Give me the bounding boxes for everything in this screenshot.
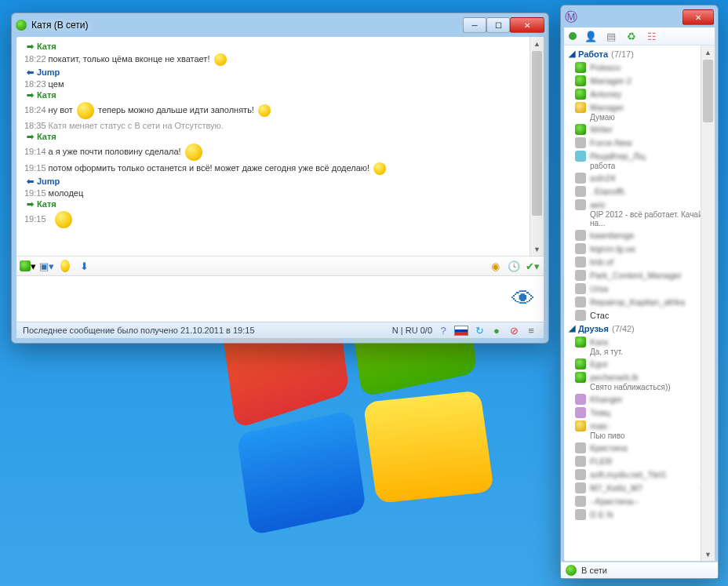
contact-item[interactable]: maic (564, 419, 715, 432)
contact-item[interactable]: Writer (564, 122, 715, 136)
contact-item[interactable]: Polesov (564, 60, 715, 74)
contacts-titlebar[interactable]: Ⓜ ✕ (561, 5, 718, 29)
send-check-icon[interactable]: ✔▾ (526, 260, 539, 272)
last-message-label: Последнее сообщение было получено 21.10.… (23, 326, 255, 335)
chat-titlebar[interactable]: Катя (В сети) ─ ☐ ✕ (12, 13, 548, 37)
contact-name: Manager (590, 103, 624, 112)
contacts-window: Ⓜ ✕ 👤 ▤ ♻ ☷ ◢ Работа (7/17) PolesovManag… (560, 5, 719, 579)
emoticon-picker-icon[interactable] (59, 260, 71, 272)
windows-icon[interactable]: ☷ (646, 30, 658, 42)
contact-item[interactable]: Рецайтер_Ліц🖼 (564, 149, 715, 162)
emoji-icon (55, 211, 72, 228)
status-icon (575, 407, 586, 418)
minimize-button[interactable]: ─ (463, 17, 486, 33)
contact-item[interactable]: Khanger (564, 392, 715, 406)
contact-name: Рецайтер_Ліц (590, 151, 646, 161)
contact-item[interactable]: M7_Keilù_М7⚫ (564, 481, 715, 494)
contact-name: FLER (590, 457, 612, 466)
contact-item[interactable]: Force-New (564, 136, 715, 149)
contact-item[interactable]: Kara👁 (564, 335, 715, 348)
contact-item[interactable]: Egor📄 (564, 357, 715, 370)
news-icon[interactable]: ▤ (605, 30, 617, 42)
contacts-scrollbar[interactable]: ▲ ▼ (701, 45, 715, 561)
alert-icon[interactable]: ◉ (489, 260, 501, 272)
contact-name: aeic (590, 200, 606, 209)
status-icon (575, 469, 586, 480)
contact-item[interactable]: Темц (564, 406, 715, 419)
contact-item[interactable]: aeic (564, 198, 715, 211)
contact-item[interactable]: Кристина (564, 441, 715, 454)
add-contact-icon[interactable]: 👤 (584, 30, 597, 42)
contact-item[interactable]: kawnbenge (564, 228, 715, 242)
maximize-button[interactable]: ☐ (486, 17, 510, 33)
status-icon (575, 199, 586, 210)
contact-name: soft.mydiv.net_TleI1 (590, 470, 667, 479)
chevron-down-icon: ◢ (569, 49, 575, 59)
status-icon (575, 186, 586, 197)
contact-item[interactable]: --Кристина-- (564, 494, 715, 508)
scroll-up-button[interactable]: ▲ (530, 37, 544, 50)
contact-item[interactable]: D E N (564, 508, 715, 521)
contact-item[interactable]: legron.lg.ua (564, 242, 715, 255)
scroll-up-button[interactable]: ▲ (701, 45, 715, 59)
scroll-down-button[interactable]: ▼ (701, 548, 715, 561)
contact-item[interactable]: Park_Content_Manager (564, 268, 715, 282)
main-status-icon[interactable] (569, 32, 577, 40)
status-picker-icon[interactable]: ▾ (21, 260, 34, 272)
status-icon (575, 394, 586, 405)
contact-substatus: Свято наближається)) (590, 383, 715, 391)
status-icon (575, 482, 586, 493)
chat-toolbar: ▾ ▣▾ ⬇ ◉ 🕓 ✔▾ (16, 256, 544, 276)
contact-card-icon[interactable]: ▣▾ (40, 260, 53, 272)
status-icon (575, 509, 586, 520)
contact-name: Кристина (590, 443, 628, 453)
close-button[interactable]: ✕ (510, 17, 544, 33)
contact-name: Kara (590, 337, 608, 347)
contact-item[interactable]: Manager (564, 100, 715, 114)
emoji-icon (185, 144, 202, 161)
app-logo-icon: Ⓜ (565, 9, 577, 26)
scroll-down-button[interactable]: ▼ (530, 242, 544, 256)
close-button[interactable]: ✕ (682, 9, 714, 25)
contact-item[interactable]: pecherwrk.lk🧩 (564, 370, 715, 384)
scroll-thumb[interactable] (703, 60, 713, 122)
group-friends[interactable]: ◢ Друзья (7/42) (564, 322, 715, 335)
contact-item[interactable]: Стас (564, 308, 715, 322)
contact-item[interactable]: soft.mydiv.net_TleI1 (564, 468, 715, 481)
sender-label: Jump (37, 177, 60, 186)
services-icon[interactable]: ♻ (625, 30, 638, 42)
contact-name: Writer (590, 125, 613, 134)
history-icon[interactable]: 🕓 (508, 260, 520, 272)
status-icon (575, 62, 586, 73)
send-file-icon[interactable]: ⬇ (78, 260, 90, 272)
contact-item[interactable]: Antoney (564, 87, 715, 100)
contact-item[interactable]: lmb.of👩 (564, 255, 715, 268)
contact-item[interactable]: FLER (564, 454, 715, 468)
contact-item[interactable]: soln24🖼 (564, 171, 715, 184)
flag-ru-icon[interactable] (454, 326, 468, 336)
message-input[interactable] (16, 276, 503, 322)
emoji-icon (214, 53, 227, 66)
contact-list[interactable]: ◢ Работа (7/17) PolesovManager-2AntoneyM… (564, 45, 715, 561)
contact-item[interactable]: Manager-2 (564, 74, 715, 87)
group-work[interactable]: ◢ Работа (7/17) (564, 47, 715, 60)
refresh-icon[interactable]: ↻ (473, 324, 486, 337)
accept-icon[interactable]: ● (490, 324, 503, 337)
contact-name: Polesov (590, 63, 621, 72)
contact-substatus: QIP 2012 - всё работает. Качай на... (590, 210, 715, 227)
expand-icon[interactable]: ≡ (525, 324, 537, 337)
contact-item[interactable]: Ursa (564, 282, 715, 295)
scroll-thumb[interactable] (532, 51, 542, 216)
chat-scrollbar[interactable]: ▲ ▼ (530, 37, 544, 256)
help-icon[interactable]: ? (437, 324, 450, 337)
avatar-thumbnail[interactable]: 👁 (503, 276, 544, 322)
contacts-statusbar[interactable]: В сети (561, 562, 718, 578)
contact-item[interactable]: Repairop_Kapitan_afrika (564, 295, 715, 308)
contact-name: . Elanofft. (590, 187, 626, 196)
status-icon (575, 151, 586, 162)
status-icon (575, 173, 586, 184)
contact-name: D E N (590, 510, 613, 519)
contact-item[interactable]: . Elanofft. (564, 184, 715, 198)
contacts-toolbar: 👤 ▤ ♻ ☷ (564, 27, 715, 45)
block-icon[interactable]: ⊘ (508, 324, 520, 337)
